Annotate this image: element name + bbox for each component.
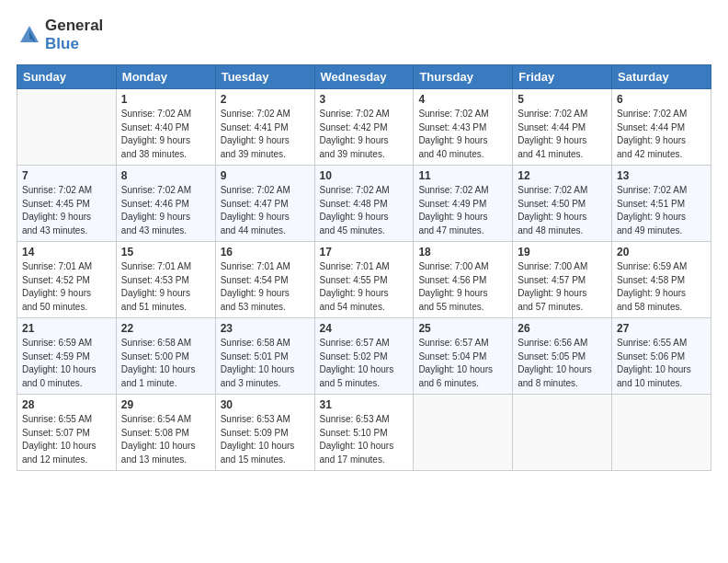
day-number: 9	[221, 169, 310, 182]
calendar-cell: 17Sunrise: 7:01 AM Sunset: 4:55 PM Dayli…	[314, 242, 414, 318]
day-number: 15	[121, 246, 210, 259]
day-info: Sunrise: 6:58 AM Sunset: 5:01 PM Dayligh…	[221, 337, 310, 390]
week-row-5: 28Sunrise: 6:55 AM Sunset: 5:07 PM Dayli…	[17, 395, 711, 471]
calendar-cell: 23Sunrise: 6:58 AM Sunset: 5:01 PM Dayli…	[215, 318, 314, 395]
day-number: 24	[320, 322, 409, 335]
day-number: 12	[518, 169, 607, 182]
day-info: Sunrise: 7:02 AM Sunset: 4:44 PM Dayligh…	[518, 108, 607, 161]
calendar-cell	[513, 395, 612, 471]
week-row-4: 21Sunrise: 6:59 AM Sunset: 4:59 PM Dayli…	[17, 318, 711, 395]
day-number: 13	[617, 169, 706, 182]
day-info: Sunrise: 7:02 AM Sunset: 4:49 PM Dayligh…	[418, 184, 507, 237]
day-info: Sunrise: 6:55 AM Sunset: 5:07 PM Dayligh…	[22, 413, 111, 466]
day-info: Sunrise: 7:02 AM Sunset: 4:43 PM Dayligh…	[418, 108, 507, 161]
day-info: Sunrise: 7:01 AM Sunset: 4:52 PM Dayligh…	[22, 260, 111, 314]
day-number: 23	[221, 322, 310, 335]
day-number: 7	[22, 169, 111, 182]
col-header-wednesday: Wednesday	[314, 65, 414, 89]
calendar-cell: 27Sunrise: 6:55 AM Sunset: 5:06 PM Dayli…	[612, 318, 711, 395]
day-info: Sunrise: 7:01 AM Sunset: 4:53 PM Dayligh…	[121, 260, 210, 314]
calendar-cell: 21Sunrise: 6:59 AM Sunset: 4:59 PM Dayli…	[17, 318, 117, 395]
week-row-1: 1Sunrise: 7:02 AM Sunset: 4:40 PM Daylig…	[17, 89, 711, 166]
logo: General Blue	[17, 17, 103, 53]
day-number: 4	[418, 93, 507, 106]
day-number: 17	[320, 246, 409, 259]
calendar-cell	[414, 395, 513, 471]
day-number: 26	[518, 322, 607, 335]
day-number: 1	[121, 93, 210, 106]
calendar-cell: 22Sunrise: 6:58 AM Sunset: 5:00 PM Dayli…	[116, 318, 215, 395]
day-number: 11	[418, 169, 507, 182]
day-info: Sunrise: 6:55 AM Sunset: 5:06 PM Dayligh…	[617, 337, 706, 390]
day-info: Sunrise: 7:02 AM Sunset: 4:47 PM Dayligh…	[221, 184, 310, 237]
calendar-cell: 9Sunrise: 7:02 AM Sunset: 4:47 PM Daylig…	[215, 166, 314, 242]
day-number: 27	[617, 322, 706, 335]
day-info: Sunrise: 7:02 AM Sunset: 4:50 PM Dayligh…	[518, 184, 607, 237]
calendar-cell: 29Sunrise: 6:54 AM Sunset: 5:08 PM Dayli…	[116, 395, 215, 471]
day-number: 22	[121, 322, 210, 335]
calendar-cell: 20Sunrise: 6:59 AM Sunset: 4:58 PM Dayli…	[612, 242, 711, 318]
header-row: SundayMondayTuesdayWednesdayThursdayFrid…	[17, 65, 711, 89]
day-number: 2	[221, 93, 310, 106]
day-number: 31	[320, 398, 409, 411]
day-number: 30	[221, 398, 310, 411]
day-number: 8	[121, 169, 210, 182]
calendar-cell: 26Sunrise: 6:56 AM Sunset: 5:05 PM Dayli…	[513, 318, 612, 395]
calendar-cell: 2Sunrise: 7:02 AM Sunset: 4:41 PM Daylig…	[215, 89, 314, 166]
calendar-cell: 16Sunrise: 7:01 AM Sunset: 4:54 PM Dayli…	[215, 242, 314, 318]
calendar-cell: 15Sunrise: 7:01 AM Sunset: 4:53 PM Dayli…	[116, 242, 215, 318]
calendar-cell: 3Sunrise: 7:02 AM Sunset: 4:42 PM Daylig…	[314, 89, 414, 166]
day-number: 28	[22, 398, 111, 411]
day-number: 10	[320, 169, 409, 182]
day-number: 21	[22, 322, 111, 335]
page-container: General Blue SundayMondayTuesdayWednesda…	[0, 0, 728, 480]
col-header-sunday: Sunday	[17, 65, 117, 89]
calendar-cell: 1Sunrise: 7:02 AM Sunset: 4:40 PM Daylig…	[116, 89, 215, 166]
day-info: Sunrise: 7:01 AM Sunset: 4:54 PM Dayligh…	[221, 260, 310, 314]
day-info: Sunrise: 6:59 AM Sunset: 4:58 PM Dayligh…	[617, 260, 706, 314]
day-number: 14	[22, 246, 111, 259]
logo-icon	[17, 22, 42, 48]
calendar-cell: 24Sunrise: 6:57 AM Sunset: 5:02 PM Dayli…	[314, 318, 414, 395]
calendar-cell: 14Sunrise: 7:01 AM Sunset: 4:52 PM Dayli…	[17, 242, 117, 318]
calendar-cell: 19Sunrise: 7:00 AM Sunset: 4:57 PM Dayli…	[513, 242, 612, 318]
calendar-cell: 8Sunrise: 7:02 AM Sunset: 4:46 PM Daylig…	[116, 166, 215, 242]
week-row-2: 7Sunrise: 7:02 AM Sunset: 4:45 PM Daylig…	[17, 166, 711, 242]
calendar-cell: 7Sunrise: 7:02 AM Sunset: 4:45 PM Daylig…	[17, 166, 117, 242]
day-info: Sunrise: 7:02 AM Sunset: 4:42 PM Dayligh…	[320, 108, 409, 161]
day-info: Sunrise: 7:02 AM Sunset: 4:45 PM Dayligh…	[22, 184, 111, 237]
day-number: 3	[320, 93, 409, 106]
day-info: Sunrise: 7:02 AM Sunset: 4:41 PM Dayligh…	[221, 108, 310, 161]
calendar-cell: 18Sunrise: 7:00 AM Sunset: 4:56 PM Dayli…	[414, 242, 513, 318]
day-info: Sunrise: 7:02 AM Sunset: 4:40 PM Dayligh…	[121, 108, 210, 161]
day-number: 6	[617, 93, 706, 106]
week-row-3: 14Sunrise: 7:01 AM Sunset: 4:52 PM Dayli…	[17, 242, 711, 318]
calendar-cell: 30Sunrise: 6:53 AM Sunset: 5:09 PM Dayli…	[215, 395, 314, 471]
calendar-cell: 25Sunrise: 6:57 AM Sunset: 5:04 PM Dayli…	[414, 318, 513, 395]
day-number: 16	[221, 246, 310, 259]
header: General Blue	[17, 17, 711, 53]
calendar-cell	[612, 395, 711, 471]
day-info: Sunrise: 7:02 AM Sunset: 4:48 PM Dayligh…	[320, 184, 409, 237]
calendar-cell: 6Sunrise: 7:02 AM Sunset: 4:44 PM Daylig…	[612, 89, 711, 166]
col-header-friday: Friday	[513, 65, 612, 89]
day-info: Sunrise: 6:56 AM Sunset: 5:05 PM Dayligh…	[518, 337, 607, 390]
calendar-cell: 5Sunrise: 7:02 AM Sunset: 4:44 PM Daylig…	[513, 89, 612, 166]
calendar-cell: 28Sunrise: 6:55 AM Sunset: 5:07 PM Dayli…	[17, 395, 117, 471]
day-info: Sunrise: 6:53 AM Sunset: 5:10 PM Dayligh…	[320, 413, 409, 466]
calendar-table: SundayMondayTuesdayWednesdayThursdayFrid…	[17, 64, 711, 471]
col-header-thursday: Thursday	[414, 65, 513, 89]
calendar-cell	[17, 89, 117, 166]
day-info: Sunrise: 6:58 AM Sunset: 5:00 PM Dayligh…	[121, 337, 210, 390]
col-header-monday: Monday	[116, 65, 215, 89]
day-info: Sunrise: 6:57 AM Sunset: 5:04 PM Dayligh…	[418, 337, 507, 390]
calendar-cell: 13Sunrise: 7:02 AM Sunset: 4:51 PM Dayli…	[612, 166, 711, 242]
day-info: Sunrise: 7:00 AM Sunset: 4:56 PM Dayligh…	[418, 260, 507, 314]
calendar-cell: 12Sunrise: 7:02 AM Sunset: 4:50 PM Dayli…	[513, 166, 612, 242]
day-info: Sunrise: 7:01 AM Sunset: 4:55 PM Dayligh…	[320, 260, 409, 314]
col-header-tuesday: Tuesday	[215, 65, 314, 89]
day-number: 18	[418, 246, 507, 259]
calendar-cell: 31Sunrise: 6:53 AM Sunset: 5:10 PM Dayli…	[314, 395, 414, 471]
calendar-cell: 11Sunrise: 7:02 AM Sunset: 4:49 PM Dayli…	[414, 166, 513, 242]
day-info: Sunrise: 7:02 AM Sunset: 4:46 PM Dayligh…	[121, 184, 210, 237]
